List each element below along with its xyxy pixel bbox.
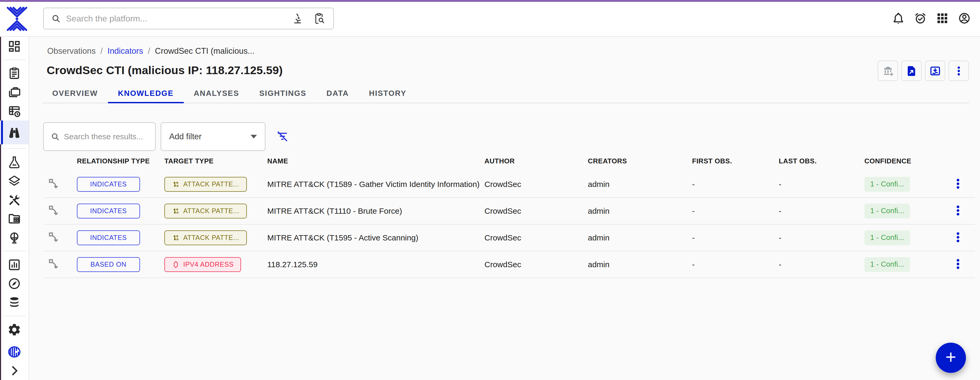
row-name: MITRE ATT&CK (T1110 - Brute Force) xyxy=(267,207,484,215)
row-author: CrowdSec xyxy=(484,180,588,189)
results-search-input[interactable] xyxy=(64,132,166,141)
breadcrumb-indicators[interactable]: Indicators xyxy=(107,46,143,56)
column-header-creators[interactable]: CREATORS xyxy=(588,157,692,165)
dashboard-icon xyxy=(7,39,21,54)
confidence-chip: 1 - Confi... xyxy=(864,230,910,245)
sidebar-item-techniques[interactable] xyxy=(0,190,29,209)
sidebar-item-filigran-logo[interactable] xyxy=(0,342,29,361)
sidebar-item-observations[interactable] xyxy=(0,120,29,144)
row-creators: admin xyxy=(588,180,692,189)
triggers-alarm-icon[interactable] xyxy=(914,12,927,25)
sidebar-item-threats[interactable] xyxy=(0,153,29,172)
confidence-chip: 1 - Confi... xyxy=(864,257,910,272)
kebab-menu-icon xyxy=(951,257,965,271)
row-last-obs: - xyxy=(779,180,864,189)
clipboard-icon xyxy=(7,66,21,81)
clear-filters-button[interactable] xyxy=(275,129,290,144)
advanced-search-microscope-icon[interactable] xyxy=(291,12,304,25)
apps-grid-icon[interactable] xyxy=(936,12,949,25)
binoculars-icon xyxy=(7,125,21,139)
relationship-link-icon xyxy=(48,177,61,191)
row-name: MITRE ATT&CK (T1589 - Gather Victim Iden… xyxy=(267,180,484,189)
tab-sightings[interactable]: SIGHTINGS xyxy=(249,84,317,103)
layers-icon xyxy=(7,174,21,188)
row-more-options-button[interactable] xyxy=(950,201,966,222)
table-row[interactable]: INDICATES ATTACK PATTE... MITRE ATT&CK (… xyxy=(44,198,975,225)
sidebar-item-events[interactable] xyxy=(0,102,29,120)
notifications-bell-icon[interactable] xyxy=(892,12,905,25)
kebab-menu-icon xyxy=(953,65,965,77)
column-header-name[interactable]: NAME xyxy=(267,157,484,165)
row-creators: admin xyxy=(588,260,692,269)
column-header-target-type[interactable]: TARGET TYPE xyxy=(164,157,267,165)
opencti-logo[interactable] xyxy=(6,6,28,31)
relationship-type-chip: BASED ON xyxy=(77,257,140,272)
tab-analyses[interactable]: ANALYSES xyxy=(184,84,249,103)
tab-data[interactable]: DATA xyxy=(316,84,359,103)
column-header-first-obs[interactable]: FIRST OBS. xyxy=(692,157,779,165)
target-type-chip: ATTACK PATTE... xyxy=(164,204,247,218)
relationship-type-chip: INDICATES xyxy=(77,204,140,218)
global-search-bar xyxy=(43,8,334,29)
row-author: CrowdSec xyxy=(484,207,588,215)
tab-overview[interactable]: OVERVIEW xyxy=(42,84,108,103)
breadcrumb-separator: / xyxy=(148,46,150,56)
download-files-button[interactable] xyxy=(925,61,945,81)
row-first-obs: - xyxy=(692,233,779,242)
bank-plus-icon xyxy=(882,65,894,77)
tab-knowledge[interactable]: KNOWLEDGE xyxy=(108,84,184,103)
more-options-button[interactable] xyxy=(948,61,969,81)
tab-history[interactable]: HISTORY xyxy=(359,84,417,103)
account-profile-icon[interactable] xyxy=(958,12,971,25)
sidebar-divider xyxy=(3,316,26,316)
sidebar-item-analyses[interactable] xyxy=(0,64,29,83)
row-creators: admin xyxy=(588,233,692,242)
chart-icon xyxy=(7,258,21,272)
target-type-chip: ATTACK PATTE... xyxy=(164,177,247,192)
sidebar-item-data[interactable] xyxy=(0,293,29,312)
column-header-confidence[interactable]: CONFIDENCE xyxy=(864,157,941,165)
filter-off-icon xyxy=(275,130,289,143)
target-type-chip: ATTACK PATTE... xyxy=(164,230,247,245)
dropdown-caret-icon xyxy=(251,135,257,138)
left-sidebar xyxy=(0,37,29,380)
sidebar-item-locations[interactable] xyxy=(0,228,29,247)
column-header-author[interactable]: AUTHOR xyxy=(484,157,588,165)
export-button[interactable] xyxy=(901,61,922,81)
breadcrumb-observations[interactable]: Observations xyxy=(47,46,96,56)
sidebar-item-cases[interactable] xyxy=(0,83,29,102)
sidebar-item-entities[interactable] xyxy=(0,209,29,228)
sidebar-collapse-chevron[interactable] xyxy=(0,361,29,380)
ipv4-icon xyxy=(172,261,180,269)
sidebar-item-investigations[interactable] xyxy=(0,274,29,293)
breadcrumb: Observations / Indicators / CrowdSec CTI… xyxy=(47,46,980,56)
topbar-actions xyxy=(892,12,971,25)
sidebar-item-dashboard[interactable] xyxy=(0,37,29,55)
topbar xyxy=(0,0,980,37)
row-more-options-button[interactable] xyxy=(950,227,966,249)
sidebar-item-dashboards[interactable] xyxy=(0,255,29,274)
column-header-relationship-type[interactable]: RELATIONSHIP TYPE xyxy=(77,157,164,165)
table-row[interactable]: INDICATES ATTACK PATTE... MITRE ATT&CK (… xyxy=(44,225,975,251)
table-clock-icon xyxy=(7,104,21,118)
attack-pattern-icon xyxy=(172,180,180,188)
sidebar-item-settings[interactable] xyxy=(0,320,29,339)
global-search-input[interactable] xyxy=(66,14,291,24)
row-creators: admin xyxy=(588,207,692,215)
table-row[interactable]: INDICATES ATTACK PATTE... MITRE ATT&CK (… xyxy=(44,171,975,198)
row-more-options-button[interactable] xyxy=(950,174,966,195)
table-row[interactable]: BASED ON IPV4 ADDRESS 118.27.125.59 Crow… xyxy=(44,251,975,278)
add-filter-select[interactable]: Add filter xyxy=(161,122,266,151)
bulk-search-paste-icon[interactable] xyxy=(313,12,325,25)
sidebar-divider xyxy=(3,148,26,149)
file-export-icon xyxy=(905,65,918,77)
row-more-options-button[interactable] xyxy=(950,254,966,275)
column-header-last-obs[interactable]: LAST OBS. xyxy=(779,157,864,165)
chevron-right-icon xyxy=(7,364,21,378)
share-organization-button[interactable] xyxy=(878,61,898,81)
page-title: CrowdSec CTI (malicious IP: 118.27.125.5… xyxy=(47,64,980,77)
sidebar-item-arsenal[interactable] xyxy=(0,172,29,190)
sidebar-divider xyxy=(3,60,26,60)
sidebar-divider xyxy=(3,251,26,251)
create-relationship-fab[interactable]: + xyxy=(936,343,966,373)
